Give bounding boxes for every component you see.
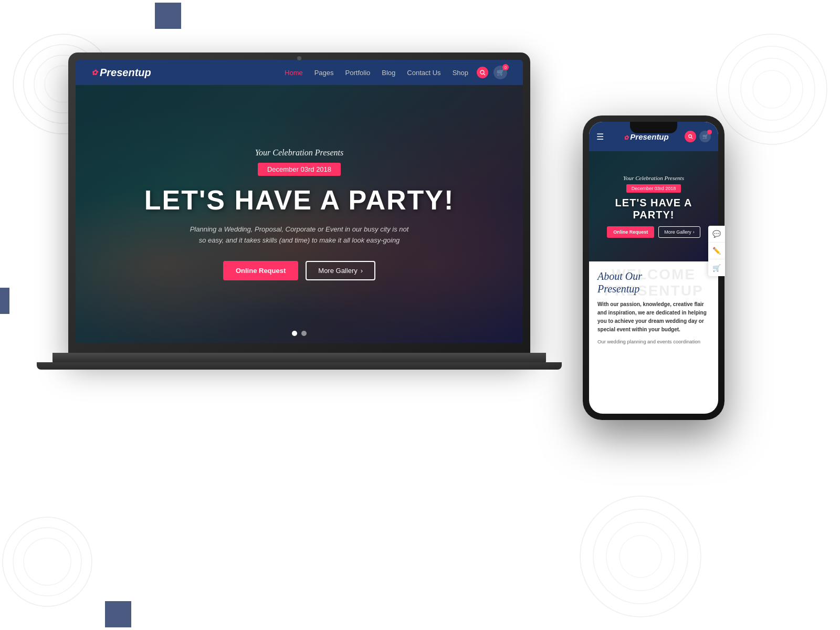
laptop-screen: ✿ Presentup Home Pages Portfolio Blog Co… xyxy=(76,60,523,343)
phone-hero-subtitle: Your Celebration Presents xyxy=(623,175,684,181)
phone-about-title: About Our Presentup xyxy=(597,270,710,295)
hero-pagination xyxy=(292,331,307,336)
dot-1[interactable] xyxy=(292,331,297,336)
svg-point-12 xyxy=(593,509,688,604)
svg-point-4 xyxy=(717,34,827,144)
decorative-circles-top-right xyxy=(714,32,830,147)
laptop-base xyxy=(52,353,546,363)
phone-chevron-icon: › xyxy=(693,229,695,235)
nav-link-shop[interactable]: Shop xyxy=(453,69,468,77)
phone-cart-badge xyxy=(707,130,712,134)
phone-side-icons: 💬 ✏️ 🛒 xyxy=(708,226,725,276)
hero-subtitle: Your Celebration Presents xyxy=(255,148,344,158)
dot-2[interactable] xyxy=(301,331,307,336)
phone-more-gallery-button[interactable]: More Gallery › xyxy=(658,226,700,238)
phone-online-request-button[interactable]: Online Request xyxy=(607,226,654,238)
phone-logo: ✿ Presentup xyxy=(608,132,685,141)
svg-line-18 xyxy=(691,138,692,139)
phone-cart-icon: 🛒 xyxy=(702,134,708,139)
phone-hero-buttons: Online Request More Gallery › xyxy=(607,226,700,238)
phone-nav-icons: 🛒 xyxy=(685,131,711,142)
bg-square-left xyxy=(0,288,9,314)
logo-icon: ✿ xyxy=(91,68,98,77)
phone-side-edit-icon[interactable]: ✏️ xyxy=(708,243,725,259)
phone-about-main-text: With our passion, knowledge, creative fl… xyxy=(597,300,710,334)
phone-side-chat-icon[interactable]: 💬 xyxy=(708,226,725,243)
decorative-circles-bottom-left xyxy=(0,514,94,609)
more-gallery-button[interactable]: More Gallery › xyxy=(306,261,375,280)
laptop-mockup: ✿ Presentup Home Pages Portfolio Blog Co… xyxy=(68,52,541,394)
svg-point-7 xyxy=(753,70,791,108)
cart-icon: 🛒 xyxy=(497,69,505,76)
hero-title: LET'S HAVE A PARTY! xyxy=(144,184,455,216)
nav-link-portfolio[interactable]: Portfolio xyxy=(345,69,371,77)
svg-point-13 xyxy=(606,522,675,591)
laptop-camera xyxy=(297,56,301,60)
svg-point-14 xyxy=(620,536,662,578)
online-request-button[interactable]: Online Request xyxy=(223,261,298,280)
svg-point-6 xyxy=(741,58,803,120)
laptop-bottom xyxy=(37,362,562,370)
nav-link-blog[interactable]: Blog xyxy=(382,69,395,77)
svg-point-17 xyxy=(688,134,691,138)
phone-body: ☰ ✿ Presentup 🛒 xyxy=(583,116,724,420)
cart-badge: 0 xyxy=(502,64,509,70)
hero-description: Planning a Wedding, Proposal, Corporate … xyxy=(189,224,410,246)
nav-link-home[interactable]: Home xyxy=(285,69,303,77)
svg-point-10 xyxy=(24,538,71,585)
phone-about-sub-text: Our wedding planning and events coordina… xyxy=(597,338,710,345)
svg-point-5 xyxy=(729,46,815,132)
hero-date-badge: December 03rd 2018 xyxy=(258,163,341,176)
laptop-nav-icons: 🛒 0 xyxy=(477,66,507,79)
decorative-circles-bottom-right xyxy=(578,494,704,620)
laptop-hero-section: Your Celebration Presents December 03rd … xyxy=(76,85,523,343)
phone-mockup: ☰ ✿ Presentup 🛒 xyxy=(583,116,724,420)
svg-point-8 xyxy=(3,517,92,606)
nav-link-pages[interactable]: Pages xyxy=(314,69,334,77)
phone-cart-btn[interactable]: 🛒 xyxy=(699,131,711,142)
laptop-nav-links: Home Pages Portfolio Blog Contact Us Sho… xyxy=(285,69,468,77)
laptop-body: ✿ Presentup Home Pages Portfolio Blog Co… xyxy=(68,52,530,357)
search-icon-btn[interactable] xyxy=(477,67,488,78)
phone-hero-date: December 03rd 2018 xyxy=(626,184,681,193)
phone-notch xyxy=(630,122,677,133)
laptop-logo-text: Presentup xyxy=(100,67,151,79)
bg-square-bottom-left xyxy=(105,601,131,627)
phone-screen: ☰ ✿ Presentup 🛒 xyxy=(589,122,718,414)
laptop-website-nav: ✿ Presentup Home Pages Portfolio Blog Co… xyxy=(76,60,523,85)
svg-line-16 xyxy=(484,74,485,75)
phone-hero-section: Your Celebration Presents December 03rd … xyxy=(589,151,718,261)
phone-hero-title: LET'S HAVE A PARTY! xyxy=(594,197,713,221)
svg-point-11 xyxy=(580,496,701,617)
phone-logo-icon: ✿ xyxy=(624,134,630,141)
phone-search-btn[interactable] xyxy=(685,131,696,142)
laptop-logo: ✿ Presentup xyxy=(91,67,151,79)
chevron-right-icon: › xyxy=(361,267,363,275)
bg-square-top xyxy=(155,3,181,29)
phone-about-section: WELCOME PRESENTUP About Our Presentup Wi… xyxy=(589,261,718,354)
hero-content: Your Celebration Presents December 03rd … xyxy=(76,85,523,343)
phone-hero-content: Your Celebration Presents December 03rd … xyxy=(589,151,718,261)
phone-side-cart-icon[interactable]: 🛒 xyxy=(708,259,725,276)
phone-logo-text: Presentup xyxy=(630,132,668,141)
svg-point-15 xyxy=(480,70,484,74)
cart-icon-btn[interactable]: 🛒 0 xyxy=(494,66,507,79)
hamburger-icon[interactable]: ☰ xyxy=(596,132,604,142)
hero-buttons: Online Request More Gallery › xyxy=(223,261,375,280)
nav-link-contact[interactable]: Contact Us xyxy=(407,69,440,77)
